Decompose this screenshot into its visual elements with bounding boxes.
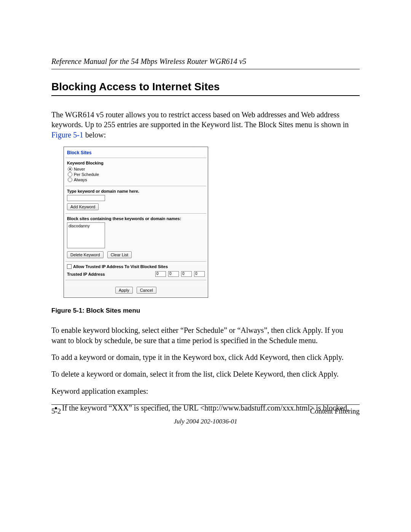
trusted-ip-label: Trusted IP Address bbox=[67, 272, 105, 276]
body-paragraph: To enable keyword blocking, select eithe… bbox=[51, 325, 360, 345]
panel-title: Block Sites bbox=[64, 147, 208, 158]
intro-text-a: The WGR614 v5 router allows you to restr… bbox=[51, 110, 349, 129]
body-paragraph: To delete a keyword or domain, select it… bbox=[51, 369, 360, 379]
body-paragraph: Keyword application examples: bbox=[51, 386, 360, 396]
ip-octet-4[interactable]: 0 bbox=[194, 271, 205, 277]
radio-never[interactable]: Never bbox=[68, 167, 205, 171]
radio-icon bbox=[68, 167, 72, 171]
page-footer: 5-2 Content Filtering July 2004 202-1003… bbox=[51, 404, 360, 425]
radio-label: Never bbox=[74, 167, 85, 171]
document-page: Reference Manual for the 54 Mbps Wireles… bbox=[0, 0, 411, 532]
footer-date: July 2004 202-10036-01 bbox=[51, 418, 360, 425]
body-paragraph: To add a keyword or domain, type it in t… bbox=[51, 352, 360, 362]
cancel-button[interactable]: Cancel bbox=[137, 287, 156, 294]
add-keyword-button[interactable]: Add Keyword bbox=[67, 203, 99, 210]
block-sites-panel: Block Sites Keyword Blocking Never Per S… bbox=[64, 147, 208, 298]
radio-label: Per Schedule bbox=[74, 172, 99, 177]
delete-keyword-button[interactable]: Delete Keyword bbox=[67, 251, 104, 258]
type-keyword-label: Type keyword or domain name here. bbox=[67, 189, 205, 193]
list-label: Block sites containing these keywords or… bbox=[67, 216, 205, 221]
ip-octet-1[interactable]: 0 bbox=[155, 271, 166, 277]
radio-label: Always bbox=[74, 177, 87, 182]
divider bbox=[65, 213, 206, 214]
apply-button[interactable]: Apply bbox=[115, 287, 133, 294]
figure-link[interactable]: Figure 5-1 bbox=[51, 131, 83, 139]
radio-icon bbox=[68, 172, 72, 177]
radio-icon bbox=[68, 177, 72, 182]
section-title: Blocking Access to Internet Sites bbox=[51, 81, 360, 96]
radio-per-schedule[interactable]: Per Schedule bbox=[68, 172, 205, 177]
ip-input-group: 0 0 0 0 bbox=[155, 271, 205, 277]
allow-trusted-label: Allow Trusted IP Address To Visit Blocke… bbox=[73, 264, 168, 269]
figure-caption: Figure 5-1: Block Sites menu bbox=[51, 307, 360, 315]
keyword-input[interactable] bbox=[67, 195, 105, 201]
divider bbox=[65, 158, 206, 158]
action-button-row: Apply Cancel bbox=[64, 283, 208, 297]
divider bbox=[65, 280, 206, 281]
keyword-listbox[interactable]: discodanny bbox=[67, 222, 105, 248]
running-header: Reference Manual for the 54 Mbps Wireles… bbox=[51, 57, 360, 69]
figure-container: Block Sites Keyword Blocking Never Per S… bbox=[64, 147, 360, 298]
keyword-blocking-section: Keyword Blocking Never Per Schedule Alwa… bbox=[64, 161, 208, 186]
intro-text-b: below: bbox=[85, 131, 106, 139]
footer-section-name: Content Filtering bbox=[310, 407, 360, 415]
ip-octet-3[interactable]: 0 bbox=[181, 271, 192, 277]
radio-always[interactable]: Always bbox=[68, 177, 205, 182]
intro-paragraph: The WGR614 v5 router allows you to restr… bbox=[51, 110, 360, 140]
footer-page-number: 5-2 bbox=[51, 407, 61, 415]
add-keyword-section: Type keyword or domain name here. Add Ke… bbox=[64, 189, 208, 213]
keyword-blocking-label: Keyword Blocking bbox=[67, 161, 205, 165]
divider bbox=[65, 186, 206, 187]
trusted-ip-section: Allow Trusted IP Address To Visit Blocke… bbox=[64, 264, 208, 280]
keyword-list-section: Block sites containing these keywords or… bbox=[64, 216, 208, 261]
ip-octet-2[interactable]: 0 bbox=[168, 271, 179, 277]
clear-list-button[interactable]: Clear List bbox=[107, 251, 132, 258]
divider bbox=[65, 261, 206, 262]
list-item[interactable]: discodanny bbox=[68, 224, 104, 228]
checkbox-icon bbox=[67, 264, 72, 269]
allow-trusted-row[interactable]: Allow Trusted IP Address To Visit Blocke… bbox=[67, 264, 205, 269]
